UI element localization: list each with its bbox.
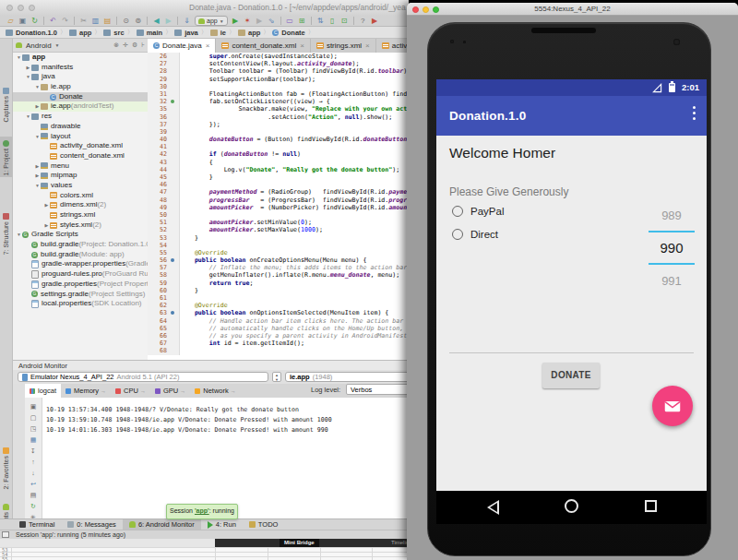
export-icon[interactable]: ↧ — [30, 446, 36, 457]
code-line[interactable]: 44 Log.v("Donate", "Really got the donat… — [148, 166, 409, 173]
tree-item-drawable[interactable]: drawable — [13, 122, 148, 132]
code-line[interactable]: 30 — [148, 83, 409, 90]
copy-icon[interactable]: ▥ — [91, 17, 100, 26]
monitor-tab-gpu[interactable]: GPU→ — [150, 384, 190, 398]
radio-paypal[interactable]: PayPal — [452, 206, 504, 217]
hide-panel-icon[interactable]: ⊦ — [141, 42, 145, 49]
code-line[interactable]: 41 — [148, 143, 409, 150]
recent-run-icon[interactable]: ▶ — [371, 17, 379, 26]
screenshot-icon[interactable]: ▣ — [30, 401, 37, 412]
tree-item-colors-xml[interactable]: colors.xml — [13, 191, 148, 201]
tree-expander-icon[interactable]: ▼ — [16, 53, 22, 63]
tree-item-java[interactable]: ▼java — [13, 72, 148, 82]
code-line[interactable]: 63 public boolean onOptionsItemSelected(… — [148, 309, 409, 316]
tree-item-strings-xml[interactable]: strings.xml — [13, 210, 148, 220]
bottom-tab-4-run[interactable]: 4: Run — [201, 519, 243, 530]
scroll-down-icon[interactable]: ↓ — [31, 468, 35, 479]
sidebar-tab-favorites[interactable]: 2: Favorites — [0, 443, 12, 493]
tree-item-gradle-properties[interactable]: gradle.properties (Project Propertie — [13, 280, 148, 290]
find-icon[interactable]: ⊙ — [122, 17, 130, 26]
save-icon[interactable]: ▣ — [18, 17, 27, 26]
android-icon[interactable]: ⊡ — [340, 17, 349, 26]
project-view-selector[interactable]: Android — [26, 42, 52, 50]
code-line[interactable]: 52 amountPicker.setMaxValue(1000); — [148, 226, 409, 233]
screen-record-icon[interactable]: ▢ — [30, 412, 37, 423]
sync-icon[interactable]: ↻ — [30, 17, 39, 26]
breadcrumb-item[interactable]: CDonate — [272, 29, 304, 37]
background-tab-timeline[interactable]: Timeline — [387, 539, 409, 547]
breadcrumb-item[interactable]: ie — [210, 29, 226, 37]
print-icon[interactable]: ▤ — [30, 490, 37, 501]
log-level-dropdown[interactable]: Verbos — [346, 384, 409, 395]
tree-item-settings-gradle[interactable]: Gsettings.gradle (Project Settings) — [13, 290, 148, 300]
debug-icon[interactable]: ✶ — [244, 17, 252, 26]
picker-value-above[interactable]: 989 — [649, 209, 695, 222]
tree-item-res[interactable]: ▼res — [13, 112, 148, 122]
tree-item-content-donate-xml[interactable]: content_donate.xml — [13, 151, 148, 161]
code-line[interactable]: 59 return true; — [148, 280, 409, 287]
email-fab-button[interactable] — [652, 386, 693, 426]
code-line[interactable]: 65 // automatically handle clicks on the… — [148, 325, 409, 332]
code-line[interactable]: 49 amountPicker = (NumberPicker) findVie… — [148, 204, 409, 211]
profile-icon[interactable]: ▶ — [256, 17, 264, 26]
tree-item-ie-app[interactable]: ▼ie.app — [13, 82, 148, 92]
collapse-all-icon[interactable]: ⊗ — [113, 42, 119, 49]
code-line[interactable]: 45 } — [148, 173, 409, 181]
code-line[interactable]: 35 Snackbar.make(view, "Replace with you… — [148, 105, 409, 113]
tree-item-styles-xml[interactable]: ▶styles.xml (2) — [13, 220, 148, 231]
code-line[interactable]: 42 if (donateButton != null) — [148, 150, 409, 158]
find-in-path-icon[interactable]: ⊚ — [134, 17, 142, 26]
tree-item-proguard-rules-pro[interactable]: proguard-rules.pro (ProGuard Rule — [13, 269, 148, 280]
tree-expander-icon[interactable]: ▶ — [25, 63, 31, 73]
picker-value-below[interactable]: 991 — [649, 274, 695, 288]
editor-tab-activity-donate[interactable]: activity_donate — [376, 39, 409, 53]
open-folder-icon[interactable]: ▱ — [6, 17, 15, 26]
monitor-tab-logcat[interactable]: logcat — [25, 384, 61, 398]
code-line[interactable]: 28 Toolbar toolbar = (Toolbar) findViewB… — [148, 67, 409, 75]
sidebar-tab-structure[interactable]: 7: Structure — [0, 207, 12, 260]
device-spinner[interactable]: ▲▼ — [272, 372, 281, 382]
tree-item-dimens-xml[interactable]: ▶dimens.xml (2) — [13, 200, 148, 210]
logcat-output[interactable]: 10-19 13:57:34.400 1948-1948/? V/Donate:… — [42, 398, 409, 519]
code-line[interactable]: 62 @Override — [148, 302, 409, 309]
breadcrumb-item[interactable]: app — [238, 29, 260, 37]
close-icon[interactable]: × — [365, 42, 370, 50]
sidebar-tab-captures[interactable]: Captures — [0, 83, 12, 125]
restart-icon[interactable]: ↻ — [30, 501, 36, 512]
code-line[interactable]: 27 setContentView(R.layout.activity_dona… — [148, 60, 409, 67]
code-line[interactable]: 55 @Override — [148, 249, 409, 256]
code-line[interactable]: 58 getMenuInflater().inflate(R.menu.menu… — [148, 271, 409, 279]
undo-icon[interactable]: ↶ — [49, 17, 57, 26]
tree-item-activity-donate-xml[interactable]: activity_donate.xml — [13, 141, 148, 151]
bottom-tab-terminal[interactable]: Terminal — [13, 519, 61, 530]
code-line[interactable]: 31 FloatingActionButton fab = (FloatingA… — [148, 90, 409, 98]
clear-logcat-icon[interactable]: ▦ — [30, 435, 37, 446]
gradle-sync-icon[interactable]: ⇅ — [316, 17, 325, 26]
code-line[interactable]: 67 int id = item.getItemId(); — [148, 340, 409, 347]
picker-value-selected[interactable]: 990 — [649, 240, 695, 256]
code-line[interactable]: 50 — [148, 211, 409, 219]
code-line[interactable]: 68 — [148, 347, 409, 354]
code-line[interactable]: 32 fab.setOnClickListener((view) → { — [148, 98, 409, 105]
minimize-icon[interactable] — [18, 5, 24, 11]
tree-item-build-gradle[interactable]: Gbuild.gradle (Module: app) — [13, 250, 148, 260]
close-icon[interactable] — [6, 5, 13, 11]
close-icon[interactable]: × — [206, 42, 210, 50]
recents-icon[interactable] — [645, 500, 657, 512]
tree-expander-icon[interactable]: ▼ — [34, 132, 41, 142]
bottom-tab-todo[interactable]: TODO — [243, 519, 285, 530]
monitor-tab-cpu[interactable]: CPU→ — [111, 384, 150, 398]
editor-tab-content-donate-xml[interactable]: content_donate.xml× — [216, 39, 311, 53]
code-line[interactable]: 48 progressBar = (ProgressBar) findViewB… — [148, 197, 409, 204]
tree-expander-icon[interactable]: ▶ — [43, 220, 50, 231]
code-line[interactable]: 47 paymentMethod = (RadioGroup) findView… — [148, 188, 409, 196]
gear-icon[interactable]: ⚙ — [132, 42, 137, 49]
code-line[interactable]: 39 — [148, 128, 409, 136]
bottom-tab-6-android-monitor[interactable]: 6: Android Monitor — [123, 519, 201, 530]
tree-item-values[interactable]: ▼values — [13, 181, 148, 191]
code-line[interactable]: 36 .setAction("Action", null).show(); — [148, 113, 409, 121]
attach-debugger-icon[interactable]: ⇘ — [268, 17, 276, 26]
close-icon[interactable]: × — [300, 42, 304, 50]
tree-expander-icon[interactable]: ▶ — [34, 171, 41, 181]
tree-item-gradle-scripts[interactable]: ▼GGradle Scripts — [13, 230, 148, 240]
